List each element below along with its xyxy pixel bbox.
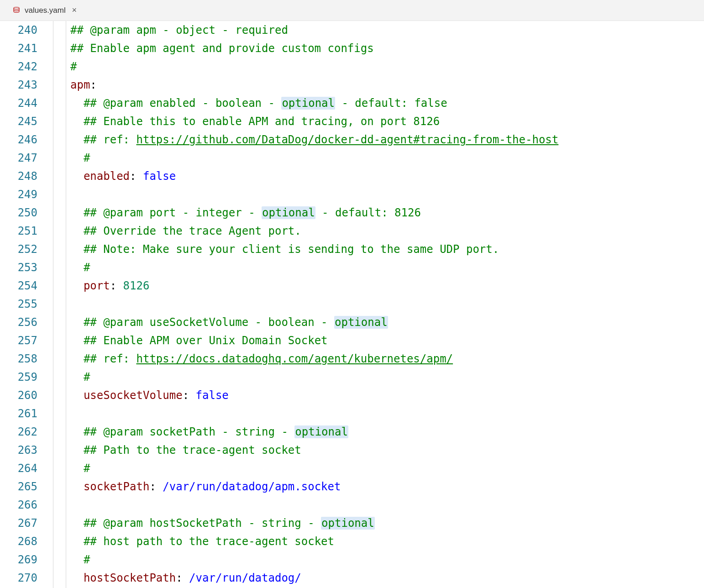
code-line: ## @param hostSocketPath - string - opti… [70,514,704,532]
code-editor[interactable]: 2402412422432442452462472482492502512522… [0,21,704,588]
line-number: 245 [0,112,37,131]
code-line: ## host path to the trace-agent socket [70,532,704,551]
line-number: 259 [0,368,37,386]
code-line: # [70,459,704,478]
line-number: 263 [0,441,37,459]
line-number: 251 [0,222,37,240]
code-line: # [70,58,704,76]
code-line: ## @param useSocketVolume - boolean - op… [70,313,704,331]
line-number-gutter: 2402412422432442452462472482492502512522… [0,21,48,588]
line-number: 268 [0,532,37,551]
line-number: 244 [0,94,37,112]
line-number: 262 [0,423,37,441]
code-line: port: 8126 [70,277,704,295]
line-number: 242 [0,58,37,76]
line-number: 253 [0,258,37,277]
code-line: hostSocketPath: /var/run/datadog/ [70,569,704,587]
line-number: 266 [0,496,37,514]
tab-close-button[interactable]: × [70,6,79,15]
code-line: # [70,258,704,277]
code-line: ## Enable this to enable APM and tracing… [70,112,704,131]
line-number: 258 [0,350,37,368]
line-number: 254 [0,277,37,295]
line-number: 261 [0,404,37,423]
code-content[interactable]: ## @param apm - object - required## Enab… [70,21,704,588]
code-line: socketPath: /var/run/datadog/apm.socket [70,478,704,496]
svg-point-0 [14,7,19,9]
line-number: 240 [0,21,37,39]
code-line [70,496,704,514]
code-line [70,185,704,204]
line-number: 260 [0,386,37,404]
line-number: 250 [0,204,37,222]
line-number: 247 [0,149,37,167]
code-line: ## ref: https://github.com/DataDog/docke… [70,131,704,149]
code-line [70,404,704,423]
code-line: enabled: false [70,167,704,185]
line-number: 267 [0,514,37,532]
code-line: ## Enable APM over Unix Domain Socket [70,331,704,350]
indent-guides [48,21,70,588]
code-line: # [70,368,704,386]
line-number: 269 [0,551,37,569]
code-line: ## Enable apm agent and provide custom c… [70,39,704,58]
code-line: ## @param port - integer - optional - de… [70,204,704,222]
code-line: useSocketVolume: false [70,386,704,404]
line-number: 241 [0,39,37,58]
tab-bar: values.yaml × [0,0,704,21]
line-number: 249 [0,185,37,204]
line-number: 252 [0,240,37,258]
code-line: ## @param apm - object - required [70,21,704,39]
tab-values-yaml[interactable]: values.yaml × [6,0,84,21]
code-line: apm: [70,76,704,94]
line-number: 265 [0,478,37,496]
line-number: 264 [0,459,37,478]
tab-filename: values.yaml [25,6,66,15]
code-line: ## Override the trace Agent port. [70,222,704,240]
line-number: 270 [0,569,37,587]
code-line [70,295,704,313]
code-line: ## Note: Make sure your client is sendin… [70,240,704,258]
yaml-file-icon [12,6,21,15]
code-line: ## Path to the trace-agent socket [70,441,704,459]
code-line: # [70,551,704,569]
code-line: ## @param socketPath - string - optional [70,423,704,441]
line-number: 246 [0,131,37,149]
code-line: ## ref: https://docs.datadoghq.com/agent… [70,350,704,368]
line-number: 257 [0,331,37,350]
line-number: 243 [0,76,37,94]
line-number: 255 [0,295,37,313]
line-number: 248 [0,167,37,185]
code-line: # [70,149,704,167]
code-line: ## @param enabled - boolean - optional -… [70,94,704,112]
line-number: 256 [0,313,37,331]
